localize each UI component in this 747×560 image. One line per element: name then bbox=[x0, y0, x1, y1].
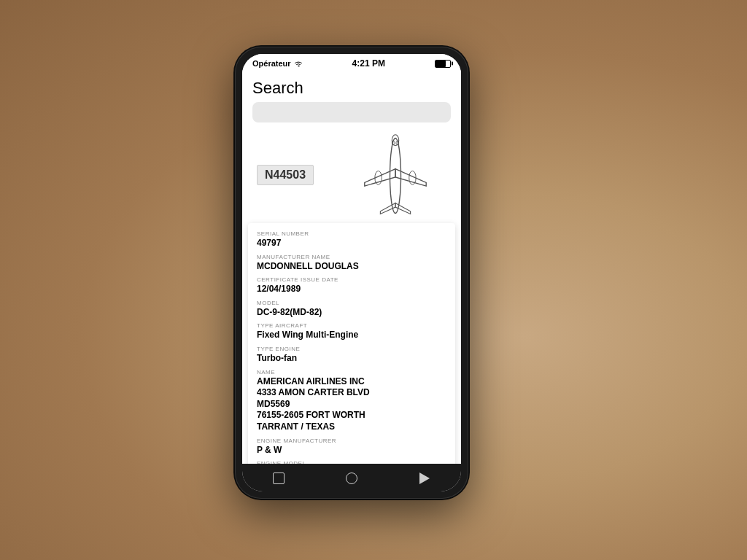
field-group-4: TYPE AIRCRAFTFixed Wing Multi-Engine bbox=[257, 322, 446, 341]
field-label-5: TYPE ENGINE bbox=[257, 346, 446, 352]
search-input[interactable] bbox=[258, 107, 445, 117]
field-group-7: ENGINE MANUFACTURERP & W bbox=[257, 438, 446, 456]
field-value-0: 49797 bbox=[257, 238, 446, 249]
field-group-2: CERTIFICATE ISSUE DATE12/04/1989 bbox=[257, 276, 446, 295]
carrier-info: Opérateur bbox=[252, 59, 303, 68]
nav-home-button[interactable] bbox=[344, 471, 359, 486]
nav-back-button[interactable] bbox=[271, 471, 286, 486]
phone-device: Opérateur 4:21 PM Search bbox=[235, 47, 468, 499]
search-input-wrapper[interactable] bbox=[252, 102, 451, 122]
status-time: 4:21 PM bbox=[352, 58, 385, 69]
field-value-6: AMERICAN AIRLINES INC 4333 AMON CARTER B… bbox=[257, 376, 446, 433]
battery-fill bbox=[436, 61, 446, 67]
field-group-3: MODELDC-9-82(MD-82) bbox=[257, 300, 446, 319]
field-group-1: MANUFACTURER NAMEMCDONNELL DOUGLAS bbox=[257, 254, 446, 273]
field-group-5: TYPE ENGINETurbo-fan bbox=[257, 346, 446, 365]
field-label-6: NAME bbox=[257, 369, 446, 376]
wifi-icon bbox=[294, 60, 303, 67]
nav-recent-button[interactable] bbox=[417, 471, 432, 486]
field-value-5: Turbo-fan bbox=[257, 353, 446, 365]
field-value-3: DC-9-82(MD-82) bbox=[257, 307, 446, 319]
svg-point-1 bbox=[392, 135, 398, 146]
fields-container: SERIAL NUMBER49797MANUFACTURER NAMEMCDON… bbox=[257, 230, 446, 464]
field-value-7: P & W bbox=[257, 445, 446, 456]
field-group-8: ENGINE MODELJT8D SERIES bbox=[257, 460, 446, 464]
app-content: Search N44503 bbox=[242, 71, 461, 464]
field-group-0: SERIAL NUMBER49797 bbox=[257, 230, 446, 249]
info-card: SERIAL NUMBER49797MANUFACTURER NAMEMCDON… bbox=[248, 223, 455, 464]
field-value-4: Fixed Wing Multi-Engine bbox=[257, 330, 446, 341]
field-value-1: MCDONNELL DOUGLAS bbox=[257, 261, 446, 273]
field-label-4: TYPE AIRCRAFT bbox=[257, 322, 446, 329]
field-label-2: CERTIFICATE ISSUE DATE bbox=[257, 276, 446, 283]
field-label-1: MANUFACTURER NAME bbox=[257, 254, 446, 260]
field-label-7: ENGINE MANUFACTURER bbox=[257, 438, 446, 444]
field-label-0: SERIAL NUMBER bbox=[257, 230, 446, 237]
phone-screen: Opérateur 4:21 PM Search bbox=[242, 54, 461, 491]
nav-square-icon bbox=[273, 472, 285, 484]
search-title: Search bbox=[252, 79, 451, 98]
status-bar: Opérateur 4:21 PM bbox=[242, 54, 461, 71]
carrier-name: Opérateur bbox=[252, 59, 291, 68]
aircraft-diagram-image bbox=[337, 128, 454, 223]
search-section: Search bbox=[242, 71, 461, 128]
field-label-3: MODEL bbox=[257, 300, 446, 306]
field-group-6: NAMEAMERICAN AIRLINES INC 4333 AMON CART… bbox=[257, 369, 446, 433]
field-value-2: 12/04/1989 bbox=[257, 284, 446, 295]
aircraft-diagram-area: N44503 bbox=[242, 128, 461, 223]
nav-bar bbox=[242, 464, 461, 491]
battery-icon bbox=[435, 60, 451, 68]
nav-circle-icon bbox=[346, 472, 357, 484]
field-label-8: ENGINE MODEL bbox=[257, 460, 446, 464]
nav-triangle-icon bbox=[419, 472, 430, 484]
aircraft-registration: N44503 bbox=[257, 165, 314, 185]
